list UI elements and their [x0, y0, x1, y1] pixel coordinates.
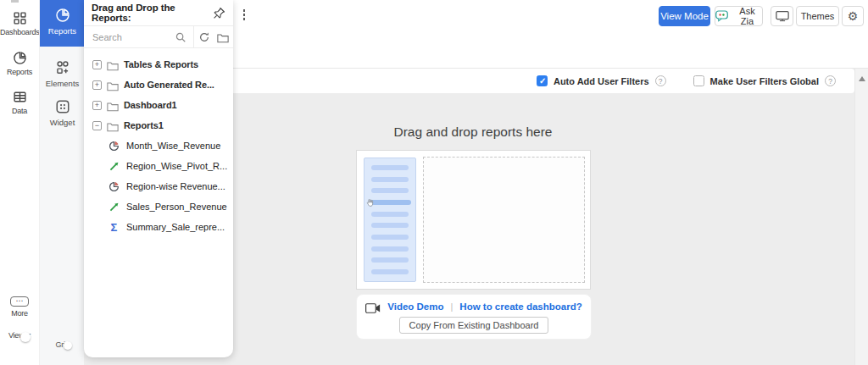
monitor-icon [776, 10, 789, 22]
sidebar-item-dashboards[interactable]: Dashboards [0, 11, 39, 36]
drop-illustration-card [356, 150, 591, 290]
report-label: Region_Wise_Pivot_R... [126, 161, 227, 171]
view-mode-button[interactable]: View Mode [659, 6, 710, 26]
report-label: Summary_Sale_repre... [126, 222, 225, 232]
pie-chart-icon [13, 51, 27, 65]
primary-sidebar: Dashboards Reports Data ⋯ More Viewer [0, 0, 39, 365]
folder-icon [107, 59, 119, 69]
tab-label: Elements [40, 79, 85, 88]
viewer-toggle-item: Viewer [0, 331, 39, 340]
elements-icon [55, 60, 70, 75]
tree-folder-auto-generated[interactable]: Auto Generated Re... [84, 75, 233, 95]
help-card: Video Demo | How to create dashboard? Co… [356, 294, 592, 340]
copy-from-existing-dashboard-button[interactable]: Copy From Existing Dashboard [399, 317, 549, 334]
presentation-button[interactable] [771, 6, 793, 26]
auto-add-help-icon[interactable] [655, 75, 666, 86]
grid-label: Grid [40, 340, 85, 349]
secondary-sidebar: Reports Elements Widget Grid [39, 0, 84, 365]
drop-area-heading: Drag and drop reports here [233, 124, 713, 140]
report-item[interactable]: Σ Summary_Sale_repre... [84, 217, 233, 237]
make-global-help-icon[interactable] [825, 75, 836, 86]
sigma-icon: Σ [108, 222, 120, 233]
tab-widget[interactable]: Widget [40, 91, 85, 127]
stripe [371, 177, 409, 182]
sidebar-item-label: Data [0, 107, 39, 115]
collapse-icon[interactable] [92, 121, 102, 130]
folder-icon [107, 100, 119, 110]
sidebar-item-label: Dashboards [0, 28, 39, 36]
video-demo-link[interactable]: Video Demo [387, 301, 443, 312]
stripe [371, 212, 409, 217]
stripe [371, 269, 409, 274]
expand-icon[interactable] [92, 101, 102, 110]
dashboards-grid-icon [13, 11, 27, 25]
pie-report-icon [108, 181, 120, 192]
report-tree: Tables & Reports Auto Generated Re... Da… [84, 48, 233, 237]
more-label: More [0, 309, 39, 318]
expand-icon[interactable] [92, 60, 102, 69]
stripe [371, 235, 409, 240]
ask-zia-label: Ask Zia [732, 6, 762, 26]
themes-button[interactable]: Themes [796, 6, 839, 26]
report-item[interactable]: Sales_Person_Revenue [84, 196, 233, 217]
ask-zia-button[interactable]: Ask Zia [715, 6, 763, 26]
report-label: Month_Wise_Revenue [126, 141, 220, 151]
sidebar-item-label: Reports [0, 68, 39, 76]
expand-icon[interactable] [92, 80, 102, 90]
pie-report-icon [108, 141, 120, 152]
report-label: Sales_Person_Revenue [126, 202, 227, 212]
sidebar-item-data[interactable]: Data [0, 90, 39, 115]
panel-title: Drag and Drop the Reports: [92, 3, 213, 23]
search-icon[interactable] [175, 31, 186, 43]
auto-add-user-filters-checkbox[interactable] [537, 75, 548, 86]
report-item[interactable]: Region-wise Revenue... [84, 176, 233, 196]
tab-reports[interactable]: Reports [40, 0, 85, 47]
stripe [371, 165, 409, 170]
tab-elements[interactable]: Elements [40, 53, 85, 88]
pie-chart-icon [55, 8, 70, 23]
stripe [371, 188, 409, 193]
clipped-item-fragment [11, 0, 19, 3]
vertical-scrollbar[interactable] [854, 69, 868, 365]
settings-gear-icon[interactable]: ⚙ [842, 6, 864, 26]
folder-label: Reports1 [124, 120, 164, 130]
folder-icon [107, 80, 119, 90]
folder-label: Auto Generated Re... [124, 80, 214, 90]
sidebar-item-more[interactable]: ⋯ More [0, 296, 39, 318]
refresh-icon[interactable] [198, 31, 210, 43]
how-to-create-dashboard-link[interactable]: How to create dashboard? [459, 301, 581, 312]
stripe [371, 223, 409, 228]
sidebar-item-reports[interactable]: Reports [0, 51, 39, 76]
scroll-up-arrow[interactable] [859, 76, 865, 81]
auto-add-user-filters-label: Auto Add User Filters [554, 76, 649, 86]
make-user-filters-global-checkbox[interactable] [693, 75, 704, 86]
tab-label: Reports [40, 26, 85, 36]
report-item[interactable]: Region_Wise_Pivot_R... [84, 156, 233, 176]
folder-icon [107, 120, 119, 130]
dragged-stripe [369, 200, 411, 205]
widget-icon [55, 99, 70, 114]
search-input[interactable] [84, 32, 175, 42]
folder-label: Dashboard1 [124, 100, 177, 110]
panel-overflow-menu-icon[interactable] [240, 9, 248, 25]
table-icon [13, 90, 27, 104]
folder-icon[interactable] [217, 31, 229, 43]
tab-label: Widget [40, 118, 85, 127]
make-user-filters-global-label: Make User Filters Global [710, 76, 819, 86]
tree-folder-reports1[interactable]: Reports1 [84, 115, 233, 135]
report-list-illustration [364, 158, 416, 282]
report-label: Region-wise Revenue... [126, 181, 225, 191]
tree-folder-tables-reports[interactable]: Tables & Reports [84, 54, 233, 75]
reports-panel: Drag and Drop the Reports: [84, 0, 233, 357]
report-item[interactable]: Month_Wise_Revenue [84, 135, 233, 156]
stripe [371, 257, 409, 263]
pin-icon[interactable] [213, 7, 225, 19]
folder-label: Tables & Reports [124, 59, 198, 69]
search-row [84, 25, 233, 48]
trend-arrow-icon [108, 161, 120, 172]
zia-chat-icon [715, 10, 728, 22]
viewer-label: Viewer [0, 331, 39, 340]
tree-folder-dashboard1[interactable]: Dashboard1 [84, 95, 233, 115]
video-camera-icon [365, 301, 381, 312]
report-drop-zone[interactable] [423, 157, 585, 283]
